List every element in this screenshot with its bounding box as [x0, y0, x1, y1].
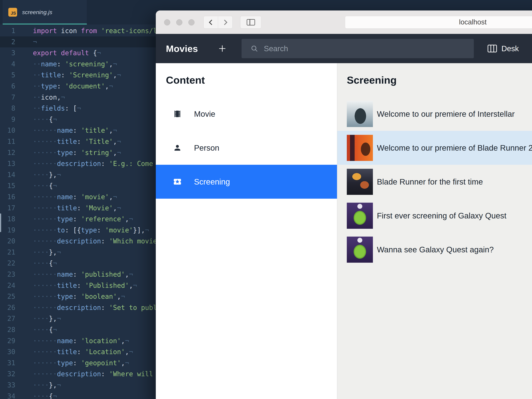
tab-screening-js[interactable]: JS screening.js [3, 0, 87, 25]
code-text: ······type: 'geopoint',¬ [15, 357, 129, 369]
line-number: 17 [0, 203, 15, 214]
search-input[interactable] [258, 44, 474, 53]
document-title: Welcome to our premiere of Blade Runner … [377, 143, 532, 152]
line-number: 15 [0, 180, 15, 191]
add-document-button[interactable] [217, 43, 228, 54]
chevron-left-icon [209, 20, 214, 25]
line-number: 22 [0, 258, 15, 269]
document-title: Blade Runner for the first time [377, 177, 483, 186]
content-pane: Content MoviePersonScreening [156, 63, 337, 399]
code-text: ······title: 'Title',¬ [15, 136, 121, 147]
zoom-button[interactable] [188, 19, 195, 25]
line-number: 8 [0, 103, 15, 114]
code-text: ····},¬ [15, 247, 61, 258]
content-item-screening[interactable]: Screening [156, 165, 337, 199]
line-number: 14 [0, 169, 15, 180]
line-number: 24 [0, 280, 15, 291]
document-row[interactable]: Blade Runner for the first time [337, 165, 532, 199]
code-text: ····},¬ [15, 380, 61, 391]
document-title: Welcome to our premiere of Interstellar [377, 109, 515, 119]
code-text: ····{¬ [15, 391, 57, 399]
tab-filename: screening.js [22, 9, 52, 15]
browser-titlebar: localhost [156, 11, 532, 34]
code-text: ··name: 'screening',¬ [15, 58, 117, 70]
line-number: 5 [0, 70, 15, 81]
document-thumbnail [347, 237, 373, 263]
document-thumbnail [347, 169, 373, 195]
address-bar[interactable]: localhost [345, 16, 532, 29]
document-row[interactable]: First ever screening of Galaxy Quest [337, 199, 532, 233]
line-number: 25 [0, 291, 15, 302]
line-number: 32 [0, 368, 15, 380]
ticket-star-icon [173, 177, 182, 186]
code-text: ······type: 'boolean',¬ [15, 291, 125, 302]
line-number: 9 [0, 114, 15, 125]
line-number: 30 [0, 346, 15, 357]
line-number: 16 [0, 191, 15, 203]
search-box [241, 39, 474, 58]
code-text: ··title: 'Screening',¬ [15, 70, 121, 81]
forward-button[interactable] [218, 16, 233, 29]
studio-panes: Content MoviePersonScreening Screening W… [156, 63, 532, 399]
plus-icon [218, 44, 227, 53]
line-number: 29 [0, 335, 15, 347]
line-number: 7 [0, 92, 15, 103]
desk-button[interactable]: Desk [488, 34, 519, 63]
code-text: ····{¬ [15, 114, 57, 125]
back-button[interactable] [203, 16, 218, 29]
line-number: 21 [0, 247, 15, 258]
content-item-movie[interactable]: Movie [156, 97, 337, 131]
minimize-button[interactable] [176, 19, 182, 25]
line-number: 34 [0, 391, 15, 399]
document-title: First ever screening of Galaxy Quest [377, 211, 507, 220]
line-number: 13 [0, 158, 15, 169]
document-row[interactable]: Wanna see Galaxy Quest again? [337, 233, 532, 266]
studio-header: Movies Desk [156, 34, 532, 63]
nav-buttons [203, 16, 233, 29]
content-type-list: MoviePersonScreening [156, 97, 337, 199]
code-text: ····},¬ [15, 169, 61, 180]
code-text: ······title: 'Published',¬ [15, 280, 137, 291]
code-text: ······title: 'Movie',¬ [15, 203, 121, 214]
line-number: 19 [0, 225, 15, 236]
code-text: ······name: 'title',¬ [15, 125, 117, 136]
js-file-icon: JS [8, 8, 17, 17]
search-icon [251, 45, 258, 52]
code-text: ··icon,¬ [15, 92, 65, 103]
line-number: 31 [0, 357, 15, 369]
document-row[interactable]: Welcome to our premiere of Interstellar [337, 97, 532, 131]
line-number: 1 [0, 25, 15, 36]
code-text: ······to: [{type: 'movie'}],¬ [15, 225, 149, 236]
documents-pane: Screening Welcome to our premiere of Int… [337, 63, 532, 399]
close-button[interactable] [164, 19, 170, 25]
document-thumbnail [347, 203, 373, 229]
code-text: export default {¬ [15, 47, 101, 58]
line-number: 3 [0, 47, 15, 58]
document-row[interactable]: Welcome to our premiere of Blade Runner … [337, 131, 532, 165]
columns-icon [488, 44, 497, 52]
content-item-label: Screening [194, 177, 230, 186]
content-item-label: Movie [194, 109, 215, 119]
line-number: 26 [0, 302, 15, 313]
person-icon [173, 144, 182, 152]
browser-window: localhost Movies Desk Content [156, 11, 532, 399]
document-thumbnail [347, 135, 373, 161]
document-title: Wanna see Galaxy Quest again? [377, 245, 494, 254]
desk-label: Desk [501, 44, 519, 53]
content-item-person[interactable]: Person [156, 131, 337, 165]
line-number: 23 [0, 269, 15, 280]
code-text: ······type: 'string',¬ [15, 147, 121, 158]
document-thumbnail [347, 101, 373, 127]
documents-heading: Screening [337, 63, 532, 86]
line-number: 12 [0, 147, 15, 158]
movie-icon [173, 110, 182, 118]
code-text: ··type: 'document',¬ [15, 81, 113, 92]
code-text: ······title: 'Location',¬ [15, 346, 133, 357]
line-number: 11 [0, 136, 15, 147]
code-text: ¬ [15, 36, 37, 48]
line-number: 10 [0, 125, 15, 136]
sidebar-toggle-button[interactable] [240, 16, 261, 29]
code-text: ······name: 'location',¬ [15, 335, 129, 347]
line-number: 28 [0, 324, 15, 335]
code-text: ··fields: [¬ [15, 103, 81, 114]
